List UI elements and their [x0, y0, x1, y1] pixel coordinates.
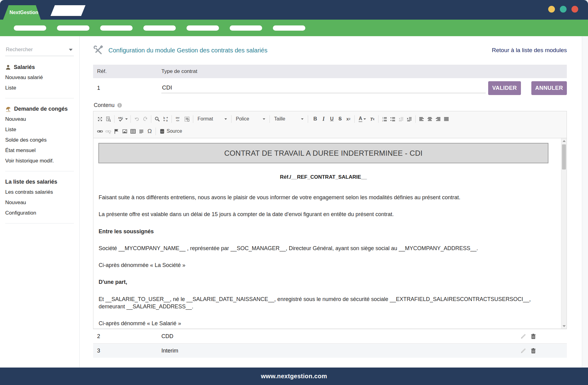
search-combobox[interactable]: Rechercher	[5, 45, 74, 56]
align-left-icon[interactable]	[417, 115, 426, 123]
strikethrough-icon[interactable]: S	[336, 115, 344, 123]
section-title: La liste des salariés	[5, 179, 57, 185]
sidebar-section-salaries: Salariés	[5, 64, 74, 71]
info-icon[interactable]	[117, 103, 122, 108]
contract-type-input[interactable]	[161, 83, 486, 93]
user-icon	[5, 64, 11, 70]
nav-pill-2[interactable]	[57, 25, 89, 31]
table-icon[interactable]	[129, 127, 137, 135]
sidebar-item-conges-liste[interactable]: Liste	[5, 124, 74, 135]
sidebar-section-conges: Demande de congés	[5, 106, 74, 112]
cancel-button[interactable]: ANNULER	[531, 81, 567, 95]
spell-check-icon[interactable]: ABC	[116, 115, 129, 123]
rich-text-editor: ABC	[93, 111, 567, 329]
tools-icon	[93, 45, 104, 55]
text-color-icon[interactable]: A	[356, 115, 368, 123]
sidebar-item-etat-mensuel[interactable]: État mensuel	[5, 145, 74, 156]
decrease-indent-icon[interactable]	[397, 115, 405, 123]
replace-icon[interactable]: ba	[161, 115, 170, 123]
superscript-icon[interactable]: x2	[344, 115, 352, 123]
document-paragraph: Société __MYCOMPANY_NAME__ , représentée…	[99, 245, 548, 252]
contract-row-editing: 1 VALIDER ANNULER	[93, 78, 567, 98]
anchor-flag-icon[interactable]	[112, 127, 121, 135]
sidebar-item-conges-nouveau[interactable]: Nouveau	[5, 114, 74, 124]
beach-umbrella-icon	[5, 106, 11, 112]
underline-icon[interactable]: U	[328, 115, 336, 123]
document-title: CONTRAT DE TRAVAIL A DUREE INDERTERMINEE…	[224, 149, 423, 158]
brand-logo-tab[interactable]: NextGestion	[3, 5, 49, 20]
section-title: Demande de congés	[14, 106, 68, 112]
sidebar-divider	[5, 98, 74, 98]
nav-pill-3[interactable]	[100, 25, 133, 31]
sidebar-item-historique[interactable]: Voir historique modif.	[5, 156, 74, 166]
nav-pill-5[interactable]	[187, 25, 219, 31]
document-paragraph: Ci-après dénommé « Le Salarié »	[99, 320, 548, 327]
italic-icon[interactable]: I	[319, 115, 328, 123]
delete-trash-icon[interactable]	[530, 334, 536, 339]
svg-text:a: a	[166, 119, 168, 122]
create-div-icon[interactable]: DIV</>	[174, 115, 183, 123]
sidebar-item-contrats-salaries[interactable]: Les contrats salariés	[5, 187, 74, 197]
sidebar-item-liste-salaries[interactable]: Liste	[5, 83, 74, 93]
scroll-up-button[interactable]	[561, 138, 567, 143]
window-dot-yellow[interactable]	[548, 6, 555, 13]
svg-text:</>: </>	[176, 119, 179, 121]
align-center-icon[interactable]	[426, 115, 434, 123]
nav-pill-4[interactable]	[143, 25, 176, 31]
bold-icon[interactable]: B	[311, 115, 319, 123]
editor-scrollbar[interactable]	[561, 138, 567, 329]
format-select[interactable]: Format	[195, 115, 229, 123]
sidebar-item-solde-conges[interactable]: Solde des congés	[5, 135, 74, 145]
chevron-down-icon	[69, 49, 73, 51]
sidebar-item-contrats-nouveau[interactable]: Nouveau	[5, 197, 74, 208]
special-character-icon[interactable]: Ω	[145, 127, 154, 135]
top-navbar: NextGestion	[0, 0, 588, 20]
find-icon[interactable]	[153, 115, 161, 123]
source-button[interactable]: <> Source	[158, 128, 184, 134]
unlink-icon[interactable]	[104, 127, 112, 135]
editor-content-area[interactable]: CONTRAT DE TRAVAIL A DUREE INDERTERMINEE…	[93, 138, 567, 329]
align-justify-icon[interactable]	[442, 115, 450, 123]
sidebar-item-configuration[interactable]: Configuration	[5, 208, 74, 218]
window-dot-red[interactable]	[571, 6, 578, 13]
maximize-icon[interactable]	[96, 115, 104, 123]
page-title: Configuration du module Gestion des cont…	[108, 47, 267, 54]
remove-format-icon[interactable]: Tx	[368, 115, 376, 123]
brand-logo-text: NextGestion	[9, 10, 38, 15]
image-icon[interactable]	[121, 127, 129, 135]
edit-pencil-icon[interactable]	[520, 334, 526, 339]
sidebar: Rechercher Salariés Nouveau salarié List…	[0, 36, 80, 368]
link-icon[interactable]	[96, 127, 104, 135]
numbered-list-icon[interactable]: 12	[380, 115, 389, 123]
footer: www.nextgestion.com	[0, 368, 588, 385]
document-paragraph: Faisant suite à nos différents entretien…	[99, 194, 548, 201]
align-right-icon[interactable]	[434, 115, 442, 123]
nav-pill-6[interactable]	[230, 25, 262, 31]
sidebar-item-nouveau-salarie[interactable]: Nouveau salarié	[5, 72, 74, 83]
document-ref-line: Réf./__REF_CONTRAT_SALARIE__	[99, 174, 548, 180]
increase-indent-icon[interactable]	[405, 115, 413, 123]
sidebar-section-liste-salaries: La liste des salariés	[5, 179, 74, 185]
contract-ref: 3	[93, 348, 161, 354]
bulleted-list-icon[interactable]	[389, 115, 397, 123]
scroll-down-button[interactable]	[561, 323, 567, 329]
nav-pill-1[interactable]	[14, 25, 46, 31]
scrollbar-thumb[interactable]	[562, 144, 566, 170]
secondary-tab[interactable]	[51, 5, 85, 16]
size-select[interactable]: Taille	[272, 115, 306, 123]
redo-icon[interactable]	[141, 115, 149, 123]
show-blocks-icon[interactable]	[183, 115, 191, 123]
document-paragraph: Ci-après dénommée « La Société »	[99, 261, 548, 269]
edit-pencil-icon[interactable]	[520, 348, 526, 354]
undo-icon[interactable]	[133, 115, 141, 123]
back-to-modules-link[interactable]: Retour à la liste des modules	[492, 47, 567, 54]
preview-icon[interactable]	[104, 115, 112, 123]
validate-button[interactable]: VALIDER	[488, 81, 521, 95]
document-paragraph: La présente offre est valable dans un dé…	[99, 211, 548, 218]
font-select-label: Police	[236, 116, 249, 122]
delete-trash-icon[interactable]	[530, 348, 536, 354]
window-dot-teal[interactable]	[560, 6, 567, 13]
font-select[interactable]: Police	[233, 115, 268, 123]
nav-pill-7[interactable]	[273, 25, 305, 31]
horizontal-rule-icon[interactable]	[137, 127, 145, 135]
